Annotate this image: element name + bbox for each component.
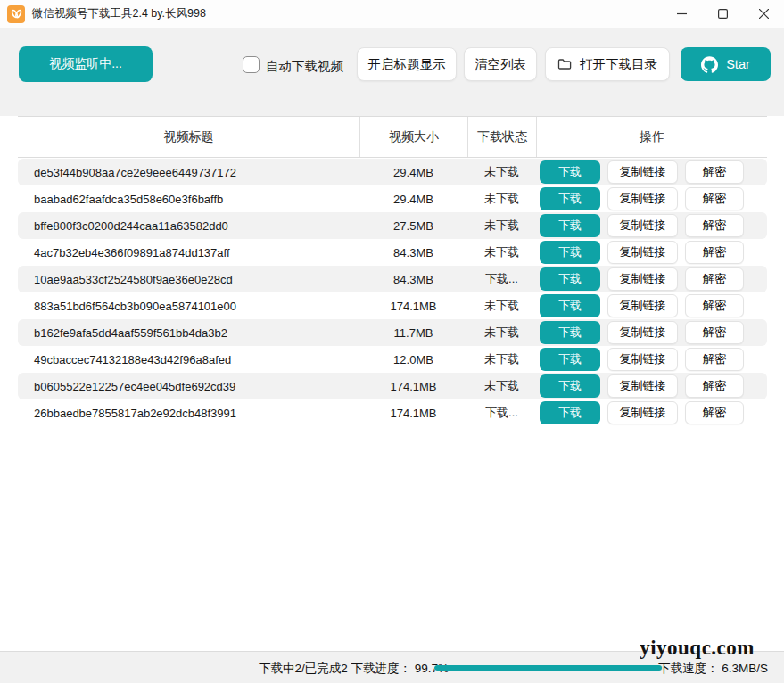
github-icon (701, 56, 718, 73)
row-title: b0605522e12257ec4ee045dfe692cd39 (18, 380, 359, 393)
row-size: 84.3MB (359, 273, 467, 286)
row-size: 27.5MB (359, 219, 467, 233)
table-body: de53f44b908aa7ce2e9eee6449737172 29.4MB … (18, 158, 767, 426)
row-size: 174.1MB (359, 380, 467, 393)
row-size: 84.3MB (359, 246, 467, 259)
copy-link-button[interactable]: 复制链接 (607, 160, 678, 184)
copy-link-button[interactable]: 复制链接 (607, 187, 678, 210)
copy-link-button[interactable]: 复制链接 (607, 294, 678, 317)
decrypt-button[interactable]: 解密 (685, 401, 744, 424)
download-button[interactable]: 下载 (540, 160, 600, 184)
table-row: 883a51bd6f564cb3b090ea5874101e00 174.1MB… (18, 292, 767, 319)
download-button[interactable]: 下载 (540, 267, 600, 291)
decrypt-button[interactable]: 解密 (685, 267, 744, 291)
row-size: 174.1MB (359, 300, 467, 313)
maximize-button[interactable] (702, 0, 743, 28)
close-button[interactable] (743, 0, 784, 28)
table-row: b162fe9afa5dd4aaf559f561bb4da3b2 11.7MB … (18, 319, 767, 346)
download-button[interactable]: 下载 (540, 374, 600, 398)
download-button[interactable]: 下载 (540, 348, 600, 371)
copy-link-button[interactable]: 复制链接 (607, 348, 678, 371)
copy-link-button[interactable]: 复制链接 (607, 321, 678, 344)
decrypt-button[interactable]: 解密 (685, 348, 744, 371)
copy-link-button[interactable]: 复制链接 (607, 241, 678, 264)
copy-link-button[interactable]: 复制链接 (607, 267, 678, 291)
enable-title-display-button[interactable]: 开启标题显示 (357, 47, 457, 81)
watermark-text: yiyouqc.com (640, 637, 755, 660)
download-button[interactable]: 下载 (540, 214, 600, 237)
copy-link-button[interactable]: 复制链接 (607, 214, 678, 237)
minimize-button[interactable] (661, 0, 702, 28)
speed-value: 6.3MB/S (722, 662, 768, 675)
decrypt-button[interactable]: 解密 (685, 374, 744, 398)
row-status: 未下载 (467, 218, 536, 234)
table-row: b0605522e12257ec4ee045dfe692cd39 174.1MB… (18, 373, 767, 399)
row-status: 下载... (467, 271, 536, 287)
row-status: 未下载 (467, 325, 536, 341)
window-title: 微信视频号下载工具2.4 by.长风998 (32, 6, 206, 21)
row-size: 29.4MB (359, 166, 467, 179)
copy-link-button[interactable]: 复制链接 (607, 401, 678, 424)
table-row: bffe800f3c0200d244caa11a63582dd0 27.5MB … (18, 212, 767, 239)
row-title: baabad62faafdca35d58e60e3f6baffb (18, 193, 359, 206)
clear-list-button[interactable]: 清空列表 (464, 47, 537, 81)
github-star-button[interactable]: Star (681, 47, 771, 81)
row-title: de53f44b908aa7ce2e9eee6449737172 (18, 166, 359, 179)
table-row: baabad62faafdca35d58e60e3f6baffb 29.4MB … (18, 185, 767, 212)
download-button[interactable]: 下载 (540, 187, 600, 210)
app-logo-icon (7, 5, 25, 23)
progress-bar-fill (434, 665, 662, 671)
row-status: 未下载 (467, 351, 536, 367)
row-status: 下载... (467, 405, 536, 421)
row-size: 29.4MB (359, 193, 467, 206)
header-download-status: 下载状态 (477, 129, 527, 145)
row-size: 11.7MB (359, 326, 467, 340)
row-title: 883a51bd6f564cb3b090ea5874101e00 (18, 300, 359, 313)
auto-download-checkbox[interactable] (243, 56, 260, 73)
download-button[interactable]: 下载 (540, 294, 600, 317)
row-status: 未下载 (467, 244, 536, 260)
open-download-dir-button[interactable]: 打开下载目录 (545, 47, 670, 81)
decrypt-button[interactable]: 解密 (685, 321, 744, 344)
decrypt-button[interactable]: 解密 (685, 294, 744, 317)
header-video-title: 视频标题 (164, 129, 214, 145)
row-title: b162fe9afa5dd4aaf559f561bb4da3b2 (18, 326, 359, 340)
row-size: 12.0MB (359, 353, 467, 366)
app-window: 微信视频号下载工具2.4 by.长风998 视频监听中... 自动下载视频 开启… (0, 0, 784, 683)
open-download-dir-label: 打开下载目录 (580, 56, 657, 73)
toolbar: 视频监听中... 自动下载视频 开启标题显示 清空列表 打开下载目录 Star (0, 28, 784, 116)
monitor-status-button[interactable]: 视频监听中... (19, 46, 153, 82)
row-status: 未下载 (467, 191, 536, 207)
row-status: 未下载 (467, 164, 536, 180)
download-button[interactable]: 下载 (540, 401, 600, 424)
progress-bar (434, 665, 663, 671)
decrypt-button[interactable]: 解密 (685, 241, 744, 264)
progress-status-text: 下载中2/已完成2 下载进度： 99.7% (259, 661, 449, 677)
table-row: 26bbaedbe7855817ab2e92dcb48f3991 174.1MB… (18, 399, 767, 426)
folder-icon (557, 57, 572, 71)
table-row: 4ac7b32eb4e366f09891a874dd137aff 84.3MB … (18, 239, 767, 266)
decrypt-button[interactable]: 解密 (685, 214, 744, 237)
download-button[interactable]: 下载 (540, 241, 600, 264)
titlebar: 微信视频号下载工具2.4 by.长风998 (0, 0, 784, 28)
auto-download-label: 自动下载视频 (266, 58, 343, 75)
row-title: bffe800f3c0200d244caa11a63582dd0 (18, 219, 359, 233)
row-size: 174.1MB (359, 407, 467, 420)
table-header: 视频标题 视频大小 下载状态 操作 (18, 116, 767, 158)
row-title: 10ae9aa533cf2524580f9ae36e0e28cd (18, 273, 359, 286)
decrypt-button[interactable]: 解密 (685, 187, 744, 210)
decrypt-button[interactable]: 解密 (685, 160, 744, 184)
row-title: 49cbaccec74132188e43d42f96a8afed (18, 353, 359, 366)
copy-link-button[interactable]: 复制链接 (607, 374, 678, 398)
window-controls (661, 0, 784, 28)
download-button[interactable]: 下载 (540, 321, 600, 344)
row-status: 未下载 (467, 298, 536, 314)
video-table: 视频标题 视频大小 下载状态 操作 de53f44b908aa7ce2e9eee… (18, 116, 767, 426)
table-row: 49cbaccec74132188e43d42f96a8afed 12.0MB … (18, 346, 767, 373)
table-row: de53f44b908aa7ce2e9eee6449737172 29.4MB … (18, 159, 767, 185)
header-video-size: 视频大小 (389, 129, 439, 145)
github-star-label: Star (726, 57, 750, 71)
row-title: 26bbaedbe7855817ab2e92dcb48f3991 (18, 407, 359, 420)
header-operations: 操作 (640, 129, 664, 145)
table-row: 10ae9aa533cf2524580f9ae36e0e28cd 84.3MB … (18, 266, 767, 292)
